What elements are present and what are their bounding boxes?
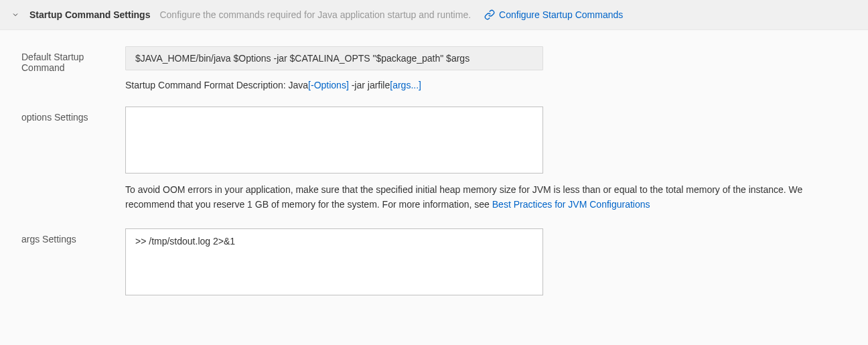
default-startup-label: Default Startup Command	[21, 46, 125, 73]
options-settings-input[interactable]	[125, 107, 543, 174]
format-prefix: Startup Command Format Description: Java	[125, 80, 308, 90]
args-settings-row: args Settings	[21, 228, 847, 297]
format-mid: -jar jarfile	[349, 80, 390, 90]
format-args-link[interactable]: [args...]	[390, 80, 421, 90]
args-settings-label: args Settings	[21, 228, 125, 245]
options-helper-prefix: To avoid OOM errors in your application,…	[125, 184, 802, 210]
configure-link-group: Configure Startup Commands	[482, 9, 623, 20]
default-startup-command-field: $JAVA_HOME/bin/java $Options -jar $CATAL…	[125, 46, 543, 70]
options-settings-label: options Settings	[21, 107, 125, 123]
configure-startup-commands-link[interactable]: Configure Startup Commands	[499, 9, 623, 20]
chevron-down-icon[interactable]	[11, 10, 20, 19]
options-settings-row: options Settings To avoid OOM errors in …	[21, 107, 847, 212]
link-icon	[484, 9, 495, 20]
jvm-best-practices-link[interactable]: Best Practices for JVM Configurations	[492, 199, 650, 210]
section-title: Startup Command Settings	[29, 9, 150, 20]
startup-format-description: Startup Command Format Description: Java…	[125, 80, 847, 90]
default-startup-content: $JAVA_HOME/bin/java $Options -jar $CATAL…	[125, 46, 847, 90]
format-options-link[interactable]: [-Options]	[308, 80, 349, 90]
form-content: Default Startup Command $JAVA_HOME/bin/j…	[0, 30, 868, 330]
args-settings-input[interactable]	[125, 228, 543, 295]
default-startup-row: Default Startup Command $JAVA_HOME/bin/j…	[21, 46, 847, 90]
options-settings-content: To avoid OOM errors in your application,…	[125, 107, 847, 212]
args-settings-content	[125, 228, 847, 297]
options-helper-text: To avoid OOM errors in your application,…	[125, 182, 847, 212]
section-description: Configure the commands required for Java…	[159, 9, 471, 20]
section-header: Startup Command Settings Configure the c…	[0, 0, 868, 30]
